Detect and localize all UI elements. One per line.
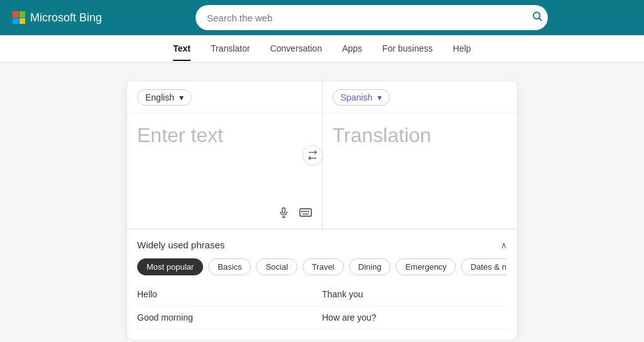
nav-item-translator[interactable]: Translator bbox=[211, 37, 250, 61]
header: Microsoft Bing bbox=[0, 0, 644, 35]
swap-languages-button[interactable] bbox=[303, 145, 323, 165]
svg-point-0 bbox=[533, 13, 540, 19]
phrases-title: Widely used phrases bbox=[137, 240, 225, 250]
nav-item-text[interactable]: Text bbox=[173, 37, 191, 61]
source-toolbar bbox=[127, 202, 322, 229]
translation-placeholder: Translation bbox=[333, 124, 508, 147]
target-toolbar bbox=[323, 202, 518, 228]
phrase-right-1[interactable]: How are you? bbox=[322, 312, 507, 323]
phrase-tag-social[interactable]: Social bbox=[256, 258, 297, 275]
svg-rect-5 bbox=[299, 209, 311, 216]
phrase-row-0: Hello Thank you bbox=[137, 283, 507, 306]
phrases-section: Widely used phrases ∧ Most popular Basic… bbox=[127, 229, 517, 339]
nav-item-conversation[interactable]: Conversation bbox=[270, 37, 322, 61]
logo-area: Microsoft Bing bbox=[13, 11, 102, 25]
target-panel: Spanish ▾ Translation bbox=[323, 82, 518, 229]
search-button[interactable] bbox=[531, 11, 543, 25]
target-lang-selector: Spanish ▾ bbox=[323, 82, 518, 114]
search-input[interactable] bbox=[196, 5, 548, 30]
logo-text: Microsoft Bing bbox=[30, 11, 102, 25]
source-lang-selector: English ▾ bbox=[127, 82, 322, 114]
source-text-area: Enter text bbox=[127, 114, 322, 202]
target-lang-chevron: ▾ bbox=[377, 92, 382, 102]
phrase-tag-basics[interactable]: Basics bbox=[208, 258, 251, 275]
phrase-tag-dates[interactable]: Dates & num bbox=[461, 258, 507, 275]
phrase-row-1: Good morning How are you? bbox=[137, 306, 507, 329]
phrases-header: Widely used phrases ∧ bbox=[137, 240, 507, 250]
translator-card: English ▾ Enter text bbox=[127, 82, 517, 339]
source-lang-dropdown[interactable]: English ▾ bbox=[137, 89, 192, 106]
target-text-area: Translation bbox=[323, 114, 518, 202]
phrase-left-1[interactable]: Good morning bbox=[137, 312, 322, 323]
target-lang-dropdown[interactable]: Spanish ▾ bbox=[333, 89, 391, 106]
enter-text-placeholder[interactable]: Enter text bbox=[137, 124, 312, 147]
svg-line-1 bbox=[539, 18, 541, 21]
source-lang-chevron: ▾ bbox=[179, 92, 184, 102]
nav-item-help[interactable]: Help bbox=[453, 37, 471, 61]
phrase-tag-dining[interactable]: Dining bbox=[349, 258, 391, 275]
phrase-rows: Hello Thank you Good morning How are you… bbox=[137, 283, 507, 329]
translator-top: English ▾ Enter text bbox=[127, 82, 517, 229]
phrase-left-0[interactable]: Hello bbox=[137, 289, 322, 299]
svg-rect-2 bbox=[282, 208, 285, 213]
phrase-tag-most-popular[interactable]: Most popular bbox=[137, 258, 203, 275]
nav-item-apps[interactable]: Apps bbox=[342, 37, 362, 61]
microphone-icon[interactable] bbox=[278, 207, 289, 221]
nav-item-for-business[interactable]: For business bbox=[382, 37, 433, 61]
phrase-tags-row: Most popular Basics Social Travel Dining… bbox=[137, 258, 507, 275]
phrase-right-0[interactable]: Thank you bbox=[322, 289, 507, 299]
source-panel: English ▾ Enter text bbox=[127, 82, 323, 229]
phrase-tag-emergency[interactable]: Emergency bbox=[396, 258, 456, 275]
keyboard-icon[interactable] bbox=[299, 207, 312, 221]
main-content: English ▾ Enter text bbox=[0, 63, 644, 339]
source-lang-label: English bbox=[145, 92, 174, 102]
bing-logo-icon bbox=[13, 11, 25, 24]
target-lang-label: Spanish bbox=[341, 92, 373, 102]
search-bar bbox=[196, 5, 548, 30]
nav-bar: Text Translator Conversation Apps For bu… bbox=[0, 35, 644, 63]
phrase-tag-travel[interactable]: Travel bbox=[303, 258, 344, 275]
phrases-collapse-button[interactable]: ∧ bbox=[501, 240, 507, 250]
